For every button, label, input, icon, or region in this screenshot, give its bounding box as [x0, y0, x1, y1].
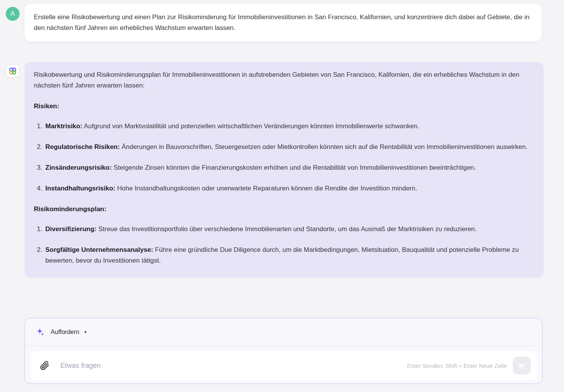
keyboard-hint: Enter Senden; Shift + Enter Neue Zeile	[407, 362, 507, 369]
section-heading: Risikominderungsplan:	[34, 204, 533, 215]
list-item-label: Diversifizierung:	[45, 225, 96, 233]
list-item-label: Marktrisiko:	[45, 122, 82, 130]
attach-button[interactable]	[39, 360, 50, 371]
chevron-down-icon: ▾	[84, 329, 86, 335]
list-item: Sorgfältige Unternehmensanalyse: Führe e…	[44, 245, 533, 266]
sparkle-icon	[36, 327, 45, 337]
section-list: Diversifizierung: Streue das Investition…	[34, 224, 533, 266]
send-plane-icon	[518, 361, 526, 370]
assistant-message-bubble: Risikobewertung und Risikominderungsplan…	[25, 62, 544, 278]
prompt-mode-label: Auffordern	[51, 329, 79, 336]
list-item: Diversifizierung: Streue das Investition…	[44, 224, 533, 235]
user-avatar: A	[6, 7, 20, 21]
list-item: Regulatorische Risiken: Änderungen in Ba…	[44, 142, 533, 152]
list-item-label: Regulatorische Risiken:	[45, 143, 120, 151]
send-button[interactable]	[513, 357, 531, 374]
message-input-card: Enter Senden; Shift + Enter Neue Zeile	[30, 351, 537, 380]
list-item-label: Zinsänderungsrisiko:	[45, 164, 112, 171]
chat-page: A Erstelle eine Risikobewertung und eine…	[0, 0, 564, 392]
clover-logo-icon	[8, 67, 17, 75]
list-item: Zinsänderungsrisiko: Steigende Zinsen kö…	[44, 162, 533, 173]
assistant-intro: Risikobewertung und Risikominderungsplan…	[34, 69, 533, 91]
list-item-label: Instandhaltungsrisiko:	[45, 185, 115, 192]
composer-input-area: Enter Senden; Shift + Enter Neue Zeile	[25, 346, 542, 384]
list-item: Instandhaltungsrisiko: Hohe Instandhaltu…	[44, 183, 533, 194]
message-input[interactable]	[60, 362, 407, 370]
composer: Auffordern ▾ Enter Senden; Shift + Enter…	[25, 318, 542, 384]
user-message-bubble: Erstelle eine Risikobewertung und einen …	[25, 4, 542, 41]
section-heading: Risiken:	[34, 101, 533, 112]
section-list: Marktrisiko: Aufgrund von Marktvolatilit…	[34, 121, 533, 194]
paperclip-icon	[40, 361, 50, 370]
list-item: Marktrisiko: Aufgrund von Marktvolatilit…	[44, 121, 533, 132]
assistant-logo	[7, 65, 19, 77]
list-item-label: Sorgfältige Unternehmensanalyse:	[45, 246, 153, 253]
assistant-sections: Risiken:Marktrisiko: Aufgrund von Marktv…	[34, 101, 533, 266]
prompt-mode-selector[interactable]: Auffordern ▾	[25, 318, 542, 346]
assistant-message-row: Risikobewertung und Risikominderungsplan…	[0, 62, 564, 278]
user-message-row: A Erstelle eine Risikobewertung und eine…	[0, 0, 564, 41]
